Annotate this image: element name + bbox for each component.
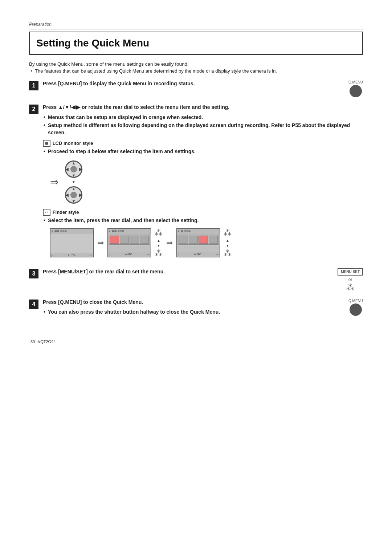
step-2-bullet-1: Menus that can be setup are displayed in… <box>43 114 363 121</box>
lcd-diagram: ⇒ ▲ ▼ ◀ ▶ ▼ ▲ ▼ ◀ ▶ <box>50 160 363 204</box>
step-4-content: Press [Q.MENU] to close the Quick Menu. … <box>43 299 363 317</box>
finder-style-text: Finder style <box>53 209 79 215</box>
lcd-style-label: ▦ LCD monitor style <box>43 140 363 147</box>
rear-dial-diagram: ⁂ ▲ ▼ ⁂ <box>155 228 163 258</box>
menu-set-rect: MENU SET <box>338 268 363 276</box>
dial2-down-arrow: ▼ <box>226 244 229 248</box>
step-2-content: Press ▲/▼/◀/▶ or rotate the rear dial to… <box>43 104 363 262</box>
overlay-cell-3 <box>130 236 139 244</box>
screen3-mode: P <box>178 230 180 233</box>
step-1-icon: Q.MENU <box>348 80 363 97</box>
overlay-cell-4 <box>140 236 149 244</box>
step-3-icon: MENU SET or ⁂ <box>338 268 363 292</box>
screen1-mid: AUTO <box>68 254 75 257</box>
step-3-content: Press [MENU/SET] or the rear dial to set… <box>43 268 363 292</box>
overlay3-cell-2 <box>189 236 198 244</box>
step-1-heading: Press [Q.MENU] to display the Quick Menu… <box>43 80 195 87</box>
screen2-mid: AUTO <box>125 253 132 256</box>
step-2-bullet-2: Setup method is different as following d… <box>43 122 363 136</box>
footer: 30 VQT2G44 <box>29 339 363 344</box>
dpad2-right: ▶ <box>79 192 82 197</box>
step-3-heading: Press [MENU/SET] or the rear dial to set… <box>43 268 165 276</box>
step-4-heading: Press [Q.MENU] to close the Quick Menu. <box>43 299 220 306</box>
screen3-right: — <box>216 253 219 256</box>
dial2-icon-up: ⁂ <box>224 228 232 237</box>
arrow-icon-2: ⇒ <box>97 238 104 248</box>
qmenu-button-1 <box>350 85 362 97</box>
menu-set-button: MENU SET <box>338 268 363 276</box>
screen3-top: P ▦ ⊞⊞⊠ <box>177 229 220 234</box>
overlay3-cell-1 <box>179 236 188 244</box>
screen3-bottom: p AUTO — <box>177 252 220 257</box>
screen2-left: p <box>109 253 110 256</box>
step-2-bullets: Menus that can be setup are displayed in… <box>43 114 363 137</box>
dial-step3: ⁂ <box>346 283 354 292</box>
screen2-top: P ▦▦ ⊞⊞⊠ <box>108 229 151 234</box>
dpad-up: ▲ <box>72 161 76 165</box>
step-3-number: 3 <box>29 269 38 278</box>
footer-page: 30 <box>30 339 35 344</box>
screen1-left: p <box>52 254 53 257</box>
finder-screen-1: P ▦▦ ⊞⊞⊠ p AUTO — <box>50 228 94 257</box>
lcd-icon: ▦ <box>43 140 50 147</box>
screen1-top: P ▦▦ ⊞⊞⊠ <box>50 229 93 234</box>
step-4-icon: Q.MENU <box>348 299 363 316</box>
screen1-right: — <box>90 254 92 257</box>
step-4-bullet-1: You can also press the shutter button ha… <box>43 309 220 316</box>
step-4-bullets: You can also press the shutter button ha… <box>43 309 220 316</box>
dpad-control-2: ▲ ▼ ◀ ▶ <box>65 186 82 204</box>
dpad-control: ▲ ▼ ◀ ▶ <box>65 160 82 178</box>
dial2-up-arrow: ▲ <box>226 239 229 243</box>
screen2-mode: P <box>109 230 111 233</box>
screen2-overlay <box>109 235 150 245</box>
screen1-bottom: p AUTO — <box>50 253 93 257</box>
screen3-left: p <box>178 253 179 256</box>
title-box: Setting the Quick Menu <box>29 32 363 55</box>
section-label: Preparation <box>29 22 363 27</box>
screen1-body <box>51 234 93 253</box>
section-divider <box>29 29 363 29</box>
arrow-icon-3: ⇒ <box>166 238 173 248</box>
overlay3-cell-4 <box>209 236 218 244</box>
overlay-cell-2 <box>120 236 129 244</box>
screen1-info: ▦▦ ⊞⊞⊠ <box>54 230 67 233</box>
dpad-down: ▼ <box>72 173 76 178</box>
footer-code: VQT2G44 <box>38 339 56 344</box>
finder-screen-2: P ▦▦ ⊞⊞⊠ p AUTO — <box>107 228 151 257</box>
page-title: Setting the Quick Menu <box>36 37 356 49</box>
arrow-icon-1: ⇒ <box>50 176 58 188</box>
screen3-overlay <box>177 235 219 245</box>
dial-icon-up: ⁂ <box>155 228 163 237</box>
overlay3-cell-3 <box>199 236 208 244</box>
screen3-info: ▦ ⊞⊞⊠ <box>181 230 191 233</box>
finder-diagram: P ▦▦ ⊞⊞⊠ p AUTO — ⇒ P ▦▦ ⊞⊞⊠ <box>50 228 363 258</box>
lcd-sub-bullet: Proceed to step 4 below after selecting … <box>43 148 363 155</box>
finder-style-label: ▭ Finder style <box>43 209 363 216</box>
dpad2-down: ▼ <box>72 199 76 203</box>
screen2-body <box>108 245 151 252</box>
rear-dial-diagram-2: ⁂ ▲ ▼ ⁂ <box>224 228 232 258</box>
dpad-diagram: ▲ ▼ ◀ ▶ ▼ ▲ ▼ ◀ ▶ <box>65 160 82 204</box>
screen2-bottom: p AUTO — <box>108 252 151 257</box>
finder-icon: ▭ <box>43 209 50 216</box>
step-4-number: 4 <box>29 300 38 309</box>
overlay-cell-1 <box>110 236 119 244</box>
qmenu-button-4 <box>350 304 362 316</box>
dial2-icon-down: ⁂ <box>224 249 232 258</box>
or-label: or <box>348 277 352 282</box>
step-2-heading: Press ▲/▼/◀/▶ or rotate the rear dial to… <box>43 104 363 111</box>
dial-icon-down: ⁂ <box>155 249 163 258</box>
dial-down-arrow: ▼ <box>157 244 160 248</box>
dpad-down-arrow: ▼ <box>72 180 75 184</box>
step-1-number: 1 <box>29 81 38 90</box>
screen1-mode: P <box>52 230 53 233</box>
lcd-style-text: LCD monitor style <box>53 140 93 146</box>
step-1-block: 1 Press [Q.MENU] to display the Quick Me… <box>29 80 363 97</box>
dpad-left: ◀ <box>65 167 68 171</box>
step-1-content: Press [Q.MENU] to display the Quick Menu… <box>43 80 363 97</box>
screen2-right: — <box>147 253 150 256</box>
step-2-block: 2 Press ▲/▼/◀/▶ or rotate the rear dial … <box>29 104 363 262</box>
intro-text: By using the Quick Menu, some of the men… <box>29 61 363 67</box>
dpad-right: ▶ <box>79 167 82 171</box>
dpad-center <box>70 166 77 172</box>
